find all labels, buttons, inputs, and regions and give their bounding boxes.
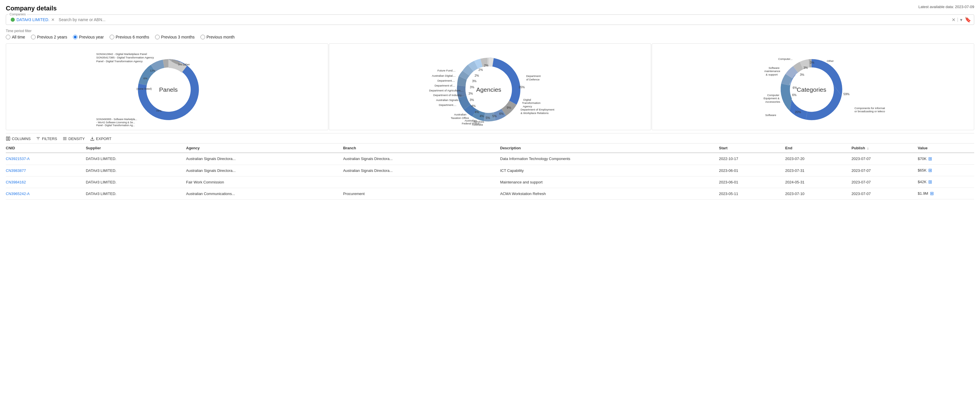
row-detail-icon[interactable]: ⊞ <box>928 179 932 185</box>
row-detail-icon[interactable]: ⊞ <box>930 191 934 196</box>
companies-section: Companies DATA#3 LIMITED. ✕ ✕ | ▾ 🔖 <box>6 14 974 25</box>
svg-text:Transformation: Transformation <box>522 101 540 104</box>
svg-text:Panel - Digital Transformation: Panel - Digital Transformation Agency <box>96 60 143 63</box>
export-button[interactable]: EXPORT <box>90 136 111 141</box>
filters-button[interactable]: FILTERS <box>36 136 57 141</box>
company-chip-text: DATA#3 LIMITED. <box>16 18 49 22</box>
svg-text:Department: Department <box>526 74 541 78</box>
svg-text:Australian: Australian <box>454 113 466 116</box>
svg-text:Components for informat: Components for informat <box>854 107 885 110</box>
cell-description: Maintenance and support <box>500 176 719 188</box>
row-detail-icon[interactable]: ⊞ <box>928 167 932 173</box>
cell-supplier: DATA#3 LIMITED. <box>86 165 186 176</box>
clear-icon[interactable]: ✕ <box>951 17 955 22</box>
th-cnid[interactable]: CNID <box>6 143 86 153</box>
cell-branch: Procurement <box>343 188 500 199</box>
cell-start: 2022-10-17 <box>719 153 785 165</box>
th-agency[interactable]: Agency <box>186 143 343 153</box>
cell-cnid[interactable]: CN3965242-A <box>6 188 86 199</box>
svg-text:6%: 6% <box>793 86 797 89</box>
svg-text:Department of....: Department of.... <box>434 84 455 87</box>
svg-text:Services: Services <box>473 120 484 123</box>
svg-text:4%: 4% <box>480 114 484 118</box>
bookmark-icon[interactable]: 🔖 <box>965 16 971 23</box>
agencies-svg: Agencies Future Fund.... Australian Digi… <box>332 46 648 127</box>
panels-chart: Panels SON3413842 - Digital Marketplace … <box>6 43 328 130</box>
radio-prev-3months[interactable]: Previous 3 months <box>155 35 195 39</box>
th-supplier[interactable]: Supplier <box>86 143 186 153</box>
chip-close-icon[interactable]: ✕ <box>51 18 55 22</box>
radio-prev-month[interactable]: Previous month <box>200 35 235 39</box>
columns-button[interactable]: COLUMNS <box>6 136 31 141</box>
radio-prev-6months[interactable]: Previous 6 months <box>110 35 149 39</box>
svg-text:2%: 2% <box>484 64 488 67</box>
cell-cnid[interactable]: CN3984162 <box>6 176 86 188</box>
radio-prev-month-input[interactable] <box>200 35 205 39</box>
table-row: CN3965242-A DATA#3 LIMITED. Australian C… <box>6 188 974 199</box>
svg-text:6%: 6% <box>792 93 797 97</box>
th-description[interactable]: Description <box>500 143 719 153</box>
cell-publish: 2023-07-07 <box>851 153 918 165</box>
svg-text:35%: 35% <box>519 85 525 89</box>
radio-all-time-input[interactable] <box>6 35 10 39</box>
svg-text:3%: 3% <box>803 66 808 69</box>
time-filter-row: All time Previous 2 years Previous year … <box>6 35 974 39</box>
svg-text:3%: 3% <box>800 73 804 76</box>
svg-text:of Defence: of Defence <box>526 78 539 81</box>
time-filter-label: Time period filter <box>6 29 974 33</box>
cell-cnid[interactable]: CN3983877 <box>6 165 86 176</box>
cell-end: 2024-05-31 <box>785 176 851 188</box>
th-branch[interactable]: Branch <box>343 143 500 153</box>
svg-text:Software: Software <box>768 66 780 69</box>
svg-text:Agencies: Agencies <box>476 86 501 93</box>
svg-text:- WoAG Software Licensing & Se: - WoAG Software Licensing & Se... <box>96 121 135 124</box>
radio-prev-3months-input[interactable] <box>155 35 160 39</box>
cell-supplier: DATA#3 LIMITED. <box>86 153 186 165</box>
svg-text:& support: & support <box>766 73 778 76</box>
svg-text:Accessories: Accessories <box>765 100 780 103</box>
svg-text:SON35417385 - Digital Transfor: SON35417385 - Digital Transformation Age… <box>96 56 154 59</box>
radio-prev-6months-input[interactable] <box>110 35 114 39</box>
svg-text:Future Fund....: Future Fund.... <box>438 69 456 72</box>
svg-text:2%: 2% <box>474 74 479 77</box>
radio-prev-year-label: Previous year <box>79 35 104 39</box>
th-value[interactable]: Value <box>918 143 974 153</box>
radio-prev-year-input[interactable] <box>73 35 78 39</box>
company-chip: DATA#3 LIMITED. ✕ <box>9 17 56 22</box>
svg-text:SON3413842 - Digital Marketpla: SON3413842 - Digital Marketplace Panel <box>96 53 147 56</box>
svg-text:3%: 3% <box>469 98 474 102</box>
svg-text:3% Other: 3% Other <box>178 63 190 66</box>
company-search-input[interactable] <box>59 18 949 22</box>
svg-text:Computer...: Computer... <box>778 57 793 61</box>
categories-chart: Categories Computer... Software maintena… <box>652 43 974 130</box>
filters-icon <box>36 136 40 141</box>
svg-text:2%: 2% <box>479 68 483 72</box>
svg-text:& Workplace Relations: & Workplace Relations <box>520 112 549 115</box>
svg-text:Department....: Department.... <box>438 79 455 82</box>
svg-text:Panel - Digital Transformation: Panel - Digital Transformation Ag... <box>96 124 135 127</box>
svg-text:(none listed): (none listed) <box>137 87 152 90</box>
cell-end: 2023-07-20 <box>785 153 851 165</box>
cell-branch: Australian Signals Directora... <box>343 153 500 165</box>
latest-data-label: Latest available data: 2023-07-09 <box>918 5 974 9</box>
radio-prev-year[interactable]: Previous year <box>73 35 104 39</box>
cell-cnid[interactable]: CN3921537-A <box>6 153 86 165</box>
th-publish[interactable]: Publish ↓ <box>851 143 918 153</box>
density-button[interactable]: DENSITY <box>62 136 85 141</box>
svg-text:or broadcasting or teleco: or broadcasting or teleco <box>854 110 885 113</box>
cell-description: ACMA Workstation Refresh <box>500 188 719 199</box>
dropdown-icon[interactable]: ▾ <box>960 17 963 22</box>
cell-description: Data Information Technology Components <box>500 153 719 165</box>
th-start[interactable]: Start <box>719 143 785 153</box>
svg-text:maintenance: maintenance <box>765 69 780 73</box>
svg-text:20%: 20% <box>795 110 801 114</box>
svg-text:Australian Digital....: Australian Digital.... <box>432 74 456 77</box>
charts-row: Panels SON3413842 - Digital Marketplace … <box>6 43 974 130</box>
radio-prev-2years-input[interactable] <box>31 35 36 39</box>
cell-value: $70K ⊞ <box>918 153 974 165</box>
svg-text:Computer: Computer <box>767 94 780 97</box>
radio-all-time[interactable]: All time <box>6 35 25 39</box>
row-detail-icon[interactable]: ⊞ <box>928 156 932 161</box>
th-end[interactable]: End <box>785 143 851 153</box>
radio-prev-2years[interactable]: Previous 2 years <box>31 35 67 39</box>
